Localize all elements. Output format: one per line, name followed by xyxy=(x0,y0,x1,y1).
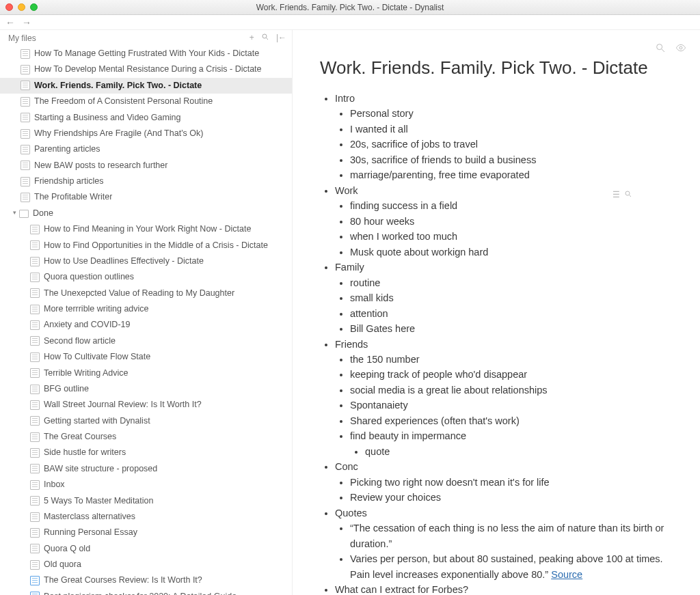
bullet-zoom-icon[interactable] xyxy=(624,190,632,200)
sidebar-file[interactable]: BFG outline xyxy=(0,381,292,397)
bullet-item[interactable]: 20s, sacrifice of jobs to travel xyxy=(350,137,673,152)
bullet-item[interactable]: Shared experiences (often that's work) xyxy=(350,413,673,428)
sidebar-search-button[interactable] xyxy=(261,33,269,43)
bullet-section[interactable]: Quotes“The cessation of each thing is no… xyxy=(335,506,673,582)
sidebar-file[interactable]: Old quora xyxy=(0,557,292,572)
sidebar-file[interactable]: How To Cultivate Flow State xyxy=(0,349,292,365)
svg-line-3 xyxy=(662,49,664,52)
sidebar-file[interactable]: Anxiety and COVID-19 xyxy=(0,317,292,333)
bullet-item[interactable]: Spontanaiety xyxy=(350,398,673,413)
doc-icon xyxy=(21,81,30,90)
doc-icon xyxy=(30,576,40,585)
file-label: Friendship articles xyxy=(34,175,103,188)
sidebar-file[interactable]: The Profitable Writer xyxy=(0,189,292,205)
sidebar-file[interactable]: Best plagiarism checker for 2020: A Deta… xyxy=(0,589,292,595)
bullet-item[interactable]: Review your choices xyxy=(350,490,673,505)
bullet-section[interactable]: What can I extract for Forbes?dictate th… xyxy=(335,582,673,595)
bullet-item[interactable]: I wanted it all xyxy=(350,122,673,137)
bullet-item[interactable]: marriage/parenting, free time evaporated xyxy=(350,167,673,182)
file-label: How To Manage Getting Frustrated With Yo… xyxy=(34,47,259,60)
file-label: More terrrible writing advice xyxy=(44,303,149,316)
back-button[interactable]: ← xyxy=(5,17,15,28)
sidebar-folder-done[interactable]: ▾Done xyxy=(0,206,292,221)
bullet-item[interactable]: Musk quote about workign hard xyxy=(350,245,673,260)
doc-icon xyxy=(30,288,40,298)
svg-point-5 xyxy=(625,191,630,195)
sidebar-file[interactable]: How to Use Deadlines Effectively - Dicta… xyxy=(0,253,292,269)
sidebar-file[interactable]: How To Manage Getting Frustrated With Yo… xyxy=(0,46,292,61)
view-mode-icon[interactable] xyxy=(675,42,686,56)
doc-icon xyxy=(30,352,40,362)
bullet-item[interactable]: “The cessation of each thing is no less … xyxy=(350,521,673,551)
new-file-button[interactable]: + xyxy=(250,33,254,43)
main-pane: ☰ Work. Friends. Family. Pick Two. - Dic… xyxy=(293,30,700,595)
sidebar-file[interactable]: New BAW posts to research further xyxy=(0,158,292,174)
file-tree[interactable]: How To Manage Getting Frustrated With Yo… xyxy=(0,46,292,595)
bullet-item[interactable]: when I worked too much xyxy=(350,229,673,244)
sidebar-file[interactable]: Masterclass alternatives xyxy=(0,509,292,525)
doc-icon xyxy=(30,257,40,266)
bullet-item[interactable]: Bill Gates here xyxy=(350,321,673,336)
forward-button[interactable]: → xyxy=(22,17,31,28)
bullet-item[interactable]: quote xyxy=(365,444,673,459)
search-icon[interactable] xyxy=(655,42,666,56)
sidebar-file[interactable]: Starting a Business and Video Gaming xyxy=(0,110,292,126)
doc-icon xyxy=(30,385,40,394)
sidebar-file[interactable]: Side hustle for writers xyxy=(0,445,292,460)
sidebar-file[interactable]: The Unexepcted Value of Reading to My Da… xyxy=(0,286,292,301)
document-content[interactable]: Work. Friends. Family. Pick Two. - Dicta… xyxy=(293,30,700,595)
sidebar-file[interactable]: How to Find Meaning in Your Work Right N… xyxy=(0,221,292,237)
sidebar-file[interactable]: BAW site structure - proposed xyxy=(0,461,292,477)
sidebar-file[interactable]: Friendship articles xyxy=(0,174,292,189)
doc-icon xyxy=(21,97,30,107)
bullet-item[interactable]: routine xyxy=(350,275,673,290)
sidebar-file[interactable]: The Great Courses xyxy=(0,429,292,445)
sidebar-file[interactable]: How to Find Opportunities in the Middle … xyxy=(0,238,292,253)
sidebar-file[interactable]: Second flow article xyxy=(0,333,292,349)
bullet-section[interactable]: ConcPicking two right now doesn't mean i… xyxy=(335,459,673,505)
sidebar-file[interactable]: More terrrible writing advice xyxy=(0,301,292,317)
sidebar-file[interactable]: The Great Courses Review: Is It Worth It… xyxy=(0,572,292,588)
file-label: How to Find Opportunities in the Middle … xyxy=(44,239,268,252)
window-title: Work. Friends. Family. Pick Two. - Dicta… xyxy=(0,3,700,12)
bullet-item[interactable]: find beauty in impermancequote xyxy=(350,428,673,459)
bullet-item[interactable]: 30s, sacrifice of friends to build a bus… xyxy=(350,152,673,167)
bullet-item[interactable]: keeping track of people who'd disappear xyxy=(350,367,673,382)
sidebar: My files + |← How To Manage Getting Frus… xyxy=(0,30,293,595)
bullet-menu-icon[interactable]: ☰ xyxy=(612,190,620,200)
bullet-item[interactable]: Picking two right now doesn't mean it's … xyxy=(350,475,673,490)
sidebar-file[interactable]: Inbox xyxy=(0,477,292,493)
doc-icon xyxy=(30,368,40,378)
sidebar-file[interactable]: Wall Street Journal Review: Is It Worth … xyxy=(0,397,292,413)
sidebar-file[interactable]: How To Develop Mental Resistance During … xyxy=(0,61,292,77)
bullet-section[interactable]: Familyroutinesmall kidsattentionBill Gat… xyxy=(335,260,673,336)
sidebar-file[interactable]: Why Friendships Are Fragile (And That's … xyxy=(0,126,292,141)
sidebar-file[interactable]: 5 Ways To Master Meditation xyxy=(0,493,292,509)
file-label: BFG outline xyxy=(44,383,89,396)
bullet-item[interactable]: Personal story xyxy=(350,106,673,121)
bullet-item[interactable]: 80 hour weeks xyxy=(350,214,673,229)
source-link[interactable]: Source xyxy=(551,569,582,580)
sidebar-file[interactable]: Running Personal Essay xyxy=(0,525,292,540)
bullet-item[interactable]: finding success in a field xyxy=(350,198,673,213)
bullet-section[interactable]: IntroPersonal storyI wanted it all20s, s… xyxy=(335,91,673,183)
doc-icon xyxy=(30,225,40,234)
sidebar-file[interactable]: The Freedom of A Consistent Personal Rou… xyxy=(0,94,292,109)
bullet-item[interactable]: small kids xyxy=(350,290,673,305)
sidebar-file[interactable]: Parenting articles xyxy=(0,141,292,157)
bullet-item[interactable]: attention xyxy=(350,306,673,321)
bullet-item[interactable]: social media is a great lie about relati… xyxy=(350,383,673,398)
sidebar-file[interactable]: Getting started with Dynalist xyxy=(0,413,292,429)
file-label: The Great Courses Review: Is It Worth It… xyxy=(44,574,202,587)
sidebar-file[interactable]: Quora question outlines xyxy=(0,269,292,285)
sidebar-file[interactable]: Work. Friends. Family. Pick Two. - Dicta… xyxy=(0,78,292,94)
bullet-item[interactable]: the 150 number xyxy=(350,352,673,367)
bullet-section[interactable]: Friendsthe 150 numberkeeping track of pe… xyxy=(335,337,673,460)
sidebar-sort-button[interactable]: |← xyxy=(276,33,286,43)
doc-icon xyxy=(30,448,40,458)
document-title[interactable]: Work. Friends. Family. Pick Two. - Dicta… xyxy=(320,57,673,79)
sidebar-file[interactable]: Terrible Writing Advice xyxy=(0,365,292,381)
file-label: Quora question outlines xyxy=(44,271,134,283)
sidebar-file[interactable]: Quora Q old xyxy=(0,541,292,557)
bullet-item[interactable]: Varies per person, but about 80 sustaine… xyxy=(350,551,673,582)
